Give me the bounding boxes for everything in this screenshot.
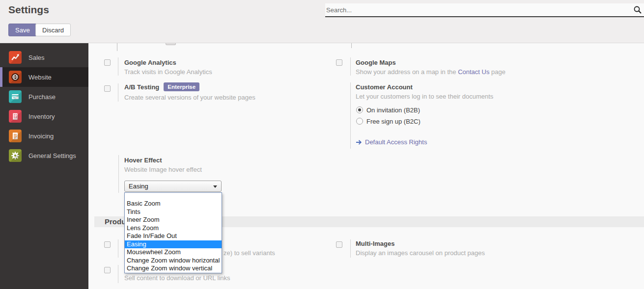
hover-effect-description: Website Image hover effect xyxy=(124,166,202,173)
chevron-down-icon xyxy=(213,185,217,188)
divider xyxy=(350,57,351,76)
contact-us-link[interactable]: Contact Us xyxy=(458,68,489,76)
ab-testing-checkbox[interactable] xyxy=(104,85,111,92)
top-header: Settings Save Discard Search... xyxy=(0,0,644,43)
divider xyxy=(118,155,119,193)
dropdown-option[interactable]: Basic Zoom xyxy=(125,200,222,208)
settings-screen: Settings Save Discard Search... Sales xyxy=(0,0,644,289)
google-analytics-checkbox[interactable] xyxy=(104,59,111,66)
google-maps-description: Show your address on a map in the Contac… xyxy=(356,68,505,76)
customer-account-title: Customer Account xyxy=(356,83,413,91)
active-accent-bar xyxy=(0,67,2,87)
sales-chart-icon xyxy=(9,51,22,64)
divider xyxy=(350,239,351,258)
control-fragment xyxy=(166,43,176,45)
dropdown-option[interactable]: Tints xyxy=(125,208,222,216)
sidebar-item-inventory[interactable]: Inventory xyxy=(0,106,88,126)
divider xyxy=(350,82,351,149)
sidebar-item-website[interactable]: Website xyxy=(0,67,88,87)
enterprise-badge: Enterprise xyxy=(164,82,199,91)
sidebar-item-sales[interactable]: Sales xyxy=(0,48,88,67)
search-placeholder: Search... xyxy=(326,6,352,14)
dropdown-option[interactable]: Lens Zoom xyxy=(125,224,222,233)
dropdown-option[interactable]: Change Zoom window vertical xyxy=(125,264,222,273)
google-maps-description-prefix: Show your address on a map in the xyxy=(356,68,458,76)
free-signup-label: Free sign up (B2C) xyxy=(366,118,420,125)
dropdown-option-selected[interactable]: Easing xyxy=(125,240,222,249)
divider xyxy=(118,265,118,283)
digital-content-description: Sell content to download or URL links xyxy=(124,274,230,282)
sidebar-item-general-settings[interactable]: General Settings xyxy=(0,146,88,165)
divider xyxy=(118,83,118,102)
globe-icon xyxy=(9,71,22,83)
hover-effect-title: Hover Effect xyxy=(124,157,162,164)
ab-testing-title-row: A/B Testing Enterprise xyxy=(124,82,199,91)
google-analytics-description: Track visits in Google Analytics xyxy=(124,68,212,76)
dropdown-option[interactable]: Fade In/Fade Out xyxy=(125,232,222,240)
multi-images-description: Display an images carousel on product pa… xyxy=(356,249,485,257)
hover-effect-selected-value: Easing xyxy=(129,183,148,190)
google-maps-description-suffix: page xyxy=(489,68,505,76)
sidebar-item-purchase[interactable]: Purchase xyxy=(0,87,88,106)
digital-content-checkbox[interactable] xyxy=(104,267,111,273)
document-icon xyxy=(9,130,22,142)
save-button[interactable]: Save xyxy=(8,24,37,36)
search-icon[interactable] xyxy=(633,5,642,16)
ab-testing-title: A/B Testing xyxy=(124,83,159,91)
credit-card-icon xyxy=(9,90,22,103)
sidebar-item-label: General Settings xyxy=(28,152,76,159)
ab-testing-description: Create several versions of your website … xyxy=(124,94,255,101)
building-icon xyxy=(9,110,22,123)
sidebar-item-label: Inventory xyxy=(28,113,55,120)
on-invitation-label: On invitation (B2B) xyxy=(366,106,420,114)
divider xyxy=(118,239,118,258)
default-access-rights-label: Default Access Rights xyxy=(365,138,427,146)
on-invitation-radio[interactable] xyxy=(356,106,363,113)
divider xyxy=(118,57,118,76)
divider-fragment xyxy=(351,43,352,48)
default-access-rights-link[interactable]: Default Access Rights xyxy=(356,138,427,146)
discard-button[interactable]: Discard xyxy=(35,24,71,36)
search-input[interactable]: Search... xyxy=(325,3,644,17)
free-signup-radio[interactable] xyxy=(356,118,363,125)
google-maps-checkbox[interactable] xyxy=(336,59,342,66)
google-maps-title: Google Maps xyxy=(356,59,396,66)
hover-effect-select[interactable]: Easing xyxy=(124,181,222,192)
hover-effect-dropdown: Basic Zoom Tints Ineer Zoom Lens Zoom Fa… xyxy=(124,192,222,273)
sidebar-item-label: Purchase xyxy=(28,93,56,101)
dropdown-option[interactable]: Ineer Zoom xyxy=(125,216,222,224)
sidebar-item-label: Sales xyxy=(28,54,45,61)
google-analytics-title: Google Analytics xyxy=(124,59,176,66)
app-sidebar: Sales Website Purc xyxy=(0,43,88,289)
dropdown-option[interactable]: Change Zoom window horizontal xyxy=(125,257,222,265)
sidebar-item-label: Website xyxy=(28,74,52,81)
variants-description-fragment: ze) to sell variants xyxy=(224,249,275,257)
gear-icon xyxy=(9,149,22,162)
divider-fragment xyxy=(117,43,117,51)
page-title: Settings xyxy=(8,4,49,16)
arrow-right-icon xyxy=(356,139,362,145)
customer-account-description: Let your customers log in to see their d… xyxy=(356,93,493,100)
sidebar-item-label: Invoicing xyxy=(28,132,54,140)
multi-images-checkbox[interactable] xyxy=(336,241,342,248)
sidebar-item-invoicing[interactable]: Invoicing xyxy=(0,126,88,146)
variants-checkbox[interactable] xyxy=(104,241,111,248)
dropdown-option[interactable]: Mousewheel Zoom xyxy=(125,248,222,257)
dropdown-option[interactable] xyxy=(125,193,222,200)
multi-images-title: Multi-Images xyxy=(356,240,394,247)
